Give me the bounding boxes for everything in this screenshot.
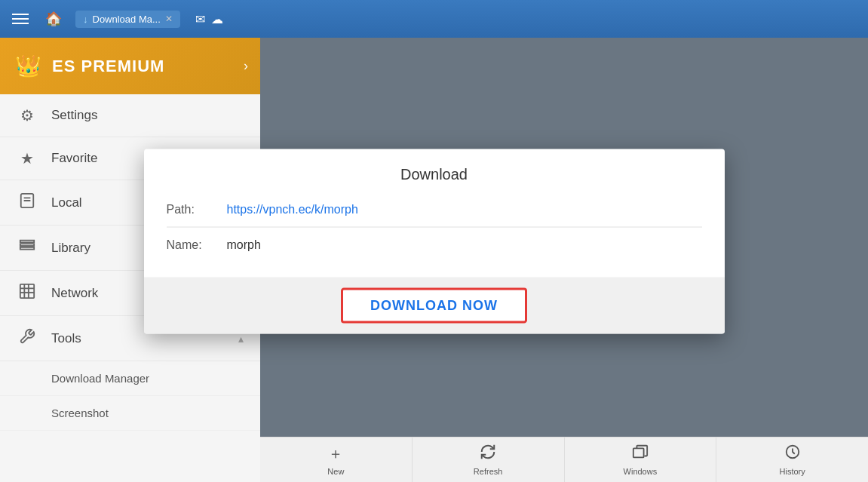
history-button[interactable]: History bbox=[716, 437, 868, 482]
svg-rect-6 bbox=[20, 284, 34, 298]
svg-rect-2 bbox=[23, 200, 30, 201]
tools-icon bbox=[17, 328, 38, 348]
windows-label: Windows bbox=[624, 467, 658, 476]
cloud-icon[interactable]: ☁ bbox=[211, 12, 223, 26]
top-bar-icons: ✉ ☁ bbox=[195, 12, 223, 26]
tools-chevron-icon: ▴ bbox=[238, 333, 244, 345]
new-label: New bbox=[327, 467, 344, 476]
svg-rect-3 bbox=[20, 241, 34, 243]
path-value: https://vpnch.ec/k/morph bbox=[227, 202, 702, 216]
hamburger-button[interactable] bbox=[9, 11, 32, 27]
subitem-label: Screenshot bbox=[51, 407, 109, 419]
sidebar-subitem-screenshot[interactable]: Screenshot bbox=[0, 396, 260, 431]
svg-rect-11 bbox=[633, 448, 644, 457]
windows-button[interactable]: Windows bbox=[565, 437, 717, 482]
path-row: Path: https://vpnch.ec/k/morph bbox=[167, 202, 702, 227]
sidebar-item-label: Settings bbox=[51, 108, 244, 123]
refresh-icon bbox=[480, 444, 496, 464]
dialog-footer: DOWNLOAD NOW bbox=[144, 277, 725, 333]
library-icon bbox=[17, 238, 38, 258]
local-icon bbox=[17, 192, 38, 213]
history-label: History bbox=[780, 467, 805, 476]
svg-rect-5 bbox=[20, 247, 34, 250]
windows-icon bbox=[632, 444, 649, 464]
tab-label: Download Ma... bbox=[93, 14, 161, 25]
sidebar-subitem-download-manager[interactable]: Download Manager bbox=[0, 361, 260, 396]
name-label: Name: bbox=[167, 238, 227, 251]
history-icon bbox=[784, 444, 801, 464]
crown-icon: 👑 bbox=[15, 54, 41, 78]
svg-rect-1 bbox=[23, 197, 30, 198]
download-now-button[interactable]: DOWNLOAD NOW bbox=[341, 287, 527, 323]
bottom-bar: ＋ New Refresh Windows bbox=[260, 437, 868, 482]
svg-rect-4 bbox=[20, 244, 34, 246]
dialog-title: Download bbox=[144, 149, 725, 196]
favorite-icon: ★ bbox=[17, 149, 38, 167]
premium-arrow-icon: › bbox=[244, 58, 248, 74]
network-icon bbox=[17, 283, 38, 303]
premium-label: ES PREMIUM bbox=[52, 57, 164, 76]
new-button[interactable]: ＋ New bbox=[260, 437, 413, 482]
download-dialog: Download Path: https://vpnch.ec/k/morph … bbox=[144, 149, 725, 333]
new-icon: ＋ bbox=[328, 444, 343, 464]
home-button[interactable]: 🏠 bbox=[39, 8, 68, 30]
refresh-label: Refresh bbox=[474, 467, 503, 476]
refresh-button[interactable]: Refresh bbox=[413, 437, 565, 482]
subitem-label: Download Manager bbox=[51, 372, 149, 385]
tab-close-icon[interactable]: ✕ bbox=[165, 14, 173, 24]
settings-icon: ⚙ bbox=[17, 106, 38, 124]
mail-icon[interactable]: ✉ bbox=[195, 12, 205, 26]
name-row: Name: morph bbox=[167, 238, 702, 262]
top-bar: 🏠 ↓ Download Ma... ✕ ✉ ☁ bbox=[0, 0, 868, 38]
sidebar-item-settings[interactable]: ⚙ Settings bbox=[0, 94, 260, 137]
path-label: Path: bbox=[167, 202, 227, 216]
tab-download-manager[interactable]: ↓ Download Ma... ✕ bbox=[75, 11, 180, 28]
name-value: morph bbox=[227, 238, 702, 251]
dialog-body: Path: https://vpnch.ec/k/morph Name: mor… bbox=[144, 196, 725, 277]
premium-banner[interactable]: 👑 ES PREMIUM › bbox=[0, 38, 260, 94]
